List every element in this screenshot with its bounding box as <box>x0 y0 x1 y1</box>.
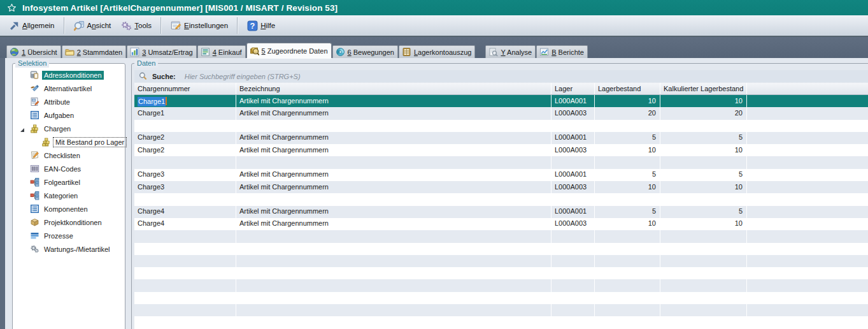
brush-icon <box>30 84 39 93</box>
table-row-charge2-l000a003[interactable]: Charge2Artikel mit ChargennummernL000A00… <box>134 144 868 156</box>
tree-item-label: Alternativartikel <box>42 84 94 93</box>
tree-item-checklisten[interactable]: Checklisten <box>13 149 124 162</box>
table-row-empty[interactable] <box>134 316 868 328</box>
table-row-empty[interactable] <box>134 292 868 304</box>
tab-lagerkontoauszug[interactable]: Lagerkontoauszug <box>399 45 476 58</box>
table-row-empty[interactable] <box>134 255 868 267</box>
cell <box>236 243 551 255</box>
tree-item-komponenten[interactable]: Komponenten <box>13 202 124 216</box>
table-row-empty[interactable] <box>134 267 868 279</box>
cell <box>660 267 747 279</box>
tree-item-projektkonditionen[interactable]: Projektkonditionen <box>13 216 124 229</box>
daten-group-label: Daten <box>134 59 158 68</box>
cell-filler <box>747 255 868 267</box>
search-bar[interactable]: Suche: Hier Suchbegriff eingeben (STRG+S… <box>134 70 868 82</box>
tab-3-umsatz-ertrag[interactable]: 3 Umsatz/Ertrag <box>127 45 196 58</box>
cell-filler <box>747 132 868 144</box>
coins-icon <box>41 137 51 147</box>
folder-icon <box>65 47 75 57</box>
cell <box>236 255 551 267</box>
tree-item-attribute[interactable]: Attribute <box>13 95 124 108</box>
tab-1-übersicht[interactable]: 1 Übersicht <box>6 45 61 58</box>
column-header-filler <box>747 83 868 94</box>
table-row-empty[interactable] <box>134 243 868 255</box>
cell <box>595 292 660 304</box>
tab-y-analyse[interactable]: Y Analyse <box>485 45 536 58</box>
cell-editing[interactable]: Charge1 <box>134 95 236 107</box>
cell-filler <box>747 95 868 107</box>
cell-filler <box>747 267 868 279</box>
table-row-empty[interactable] <box>134 279 868 291</box>
table-row-charge2-l000a001[interactable]: Charge2Artikel mit ChargennummernL000A00… <box>134 132 868 144</box>
cell: 10 <box>595 181 660 193</box>
cell <box>236 316 551 328</box>
cell <box>134 193 236 205</box>
tree-item-mit-bestand-pro-lager[interactable]: Mit Bestand pro Lager <box>13 135 124 149</box>
menu-allgemein[interactable]: Allgemein <box>4 17 60 34</box>
cell-filler <box>747 218 868 230</box>
cell <box>660 316 747 328</box>
table-row-charge1-l000a003[interactable]: Charge1Artikel mit ChargennummernL000A00… <box>134 107 868 119</box>
cell: L000A001 <box>551 132 595 144</box>
tree-item-kategorien[interactable]: Kategorien <box>13 189 124 202</box>
tree-item-adresskonditionen[interactable]: Adresskonditionen <box>13 68 124 82</box>
cell <box>660 304 747 316</box>
cell <box>134 304 236 316</box>
tree-item-chargen[interactable]: Chargen <box>13 122 124 135</box>
tab-5-zugeordnete-daten[interactable]: 5 Zugeordnete Daten <box>246 43 332 58</box>
search-placeholder: Hier Suchbegriff eingeben (STRG+S) <box>185 73 301 80</box>
cell <box>551 267 595 279</box>
barcode-icon <box>30 164 39 173</box>
tab-4-einkauf[interactable]: 4 Einkauf <box>197 45 246 58</box>
tree-item-ean-codes[interactable]: EAN-Codes <box>13 162 124 175</box>
menu-ansicht[interactable]: Ansicht <box>69 17 117 34</box>
column-header-bezeichnung[interactable]: Bezeichnung <box>236 83 551 94</box>
cell <box>551 279 595 291</box>
table-row-charge3-l000a001[interactable]: Charge3Artikel mit ChargennummernL000A00… <box>134 169 868 181</box>
cell <box>236 279 551 291</box>
tab-label: Y Analyse <box>501 48 532 56</box>
table-row-charge4-l000a001[interactable]: Charge4Artikel mit ChargennummernL000A00… <box>134 206 868 218</box>
tree-item-folgeartikel[interactable]: Folgeartikel <box>13 175 124 189</box>
table-row-charge1-l000a001[interactable]: Charge1Artikel mit ChargennummernL000A00… <box>134 95 868 107</box>
favorite-star-icon[interactable] <box>7 3 17 13</box>
table-row-empty[interactable] <box>134 304 868 316</box>
tree-expander-icon[interactable] <box>20 126 25 131</box>
cell: Artikel mit Chargennummern <box>236 95 551 107</box>
table-row-empty[interactable] <box>134 193 868 205</box>
tree-item-alternativartikel[interactable]: Alternativartikel <box>13 82 124 95</box>
column-header-chargennummer[interactable]: Chargennummer <box>134 83 236 94</box>
tab-b-berichte[interactable]: B Berichte <box>536 45 588 58</box>
column-header-lagerbestand[interactable]: Lagerbestand <box>595 83 660 94</box>
column-header-kalkulierter-lagerbestand[interactable]: Kalkulierter Lagerbestand <box>660 83 747 94</box>
tree-item-wartungs-mietartikel[interactable]: Wartungs-/Mietartikel <box>13 242 124 256</box>
tree-item-label: Attribute <box>42 98 72 106</box>
cell <box>134 267 236 279</box>
cell <box>595 120 660 132</box>
tree-item-prozesse[interactable]: Prozesse <box>13 229 124 242</box>
chart-icon <box>130 47 139 57</box>
cell <box>660 279 747 291</box>
cell: L000A003 <box>551 144 595 156</box>
tree-item-label: Projektkonditionen <box>42 218 104 227</box>
cell <box>134 120 236 132</box>
table-row-empty[interactable] <box>134 120 868 132</box>
table-row-empty[interactable] <box>134 156 868 168</box>
text-caret <box>166 97 167 105</box>
table-row-charge3-l000a003[interactable]: Charge3Artikel mit ChargennummernL000A00… <box>134 181 868 193</box>
menu-hilfe[interactable]: ?Hilfe <box>242 17 280 34</box>
column-header-lager[interactable]: Lager <box>551 83 595 94</box>
table-row-charge4-l000a003[interactable]: Charge4Artikel mit ChargennummernL000A00… <box>134 218 868 230</box>
tab-6-bewegungen[interactable]: 6 Bewegungen <box>332 45 398 58</box>
cell <box>595 156 660 168</box>
checklist-icon <box>30 150 39 160</box>
cell: 5 <box>660 169 747 181</box>
tab-2-stammdaten[interactable]: 2 Stammdaten <box>62 45 127 58</box>
tree-item-aufgaben[interactable]: Aufgaben <box>13 108 124 122</box>
cell <box>551 243 595 255</box>
menu-einstellungen[interactable]: Einstellungen <box>166 17 233 34</box>
cell <box>236 156 551 168</box>
menu-tools[interactable]: Tools <box>116 17 157 34</box>
table-row-empty[interactable] <box>134 230 868 242</box>
svg-text:?: ? <box>250 21 255 31</box>
